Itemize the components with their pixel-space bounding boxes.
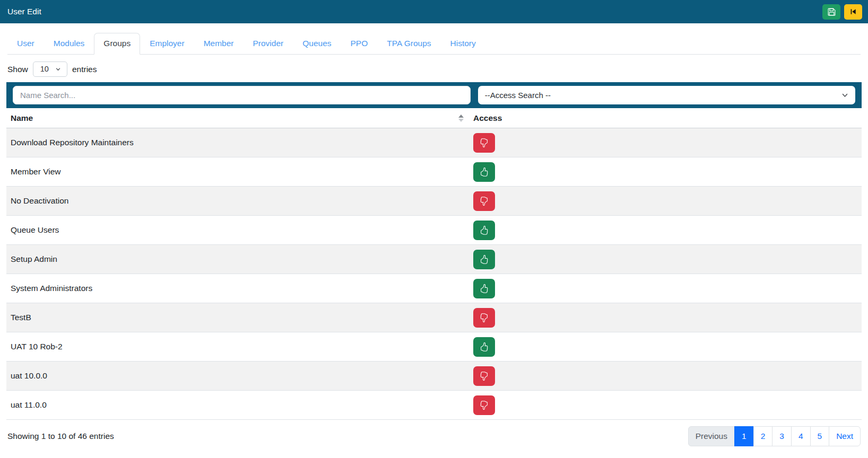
thumbs-up-button[interactable] (473, 162, 495, 182)
thumbs-up-icon (480, 284, 489, 293)
page-title: User Edit (7, 7, 41, 16)
thumbs-down-button[interactable] (473, 191, 495, 211)
table-row: Setup Admin (6, 245, 862, 274)
access-cell (469, 221, 862, 240)
access-search-value: --Access Search -- (485, 91, 551, 100)
thumbs-down-button[interactable] (473, 308, 495, 328)
group-name-cell: System Administrators (6, 284, 469, 293)
tab-tpa-groups[interactable]: TPA Groups (377, 33, 440, 55)
access-column-label: Access (473, 113, 502, 123)
go-back-button[interactable] (844, 4, 862, 20)
pagination-next[interactable]: Next (829, 426, 861, 446)
access-cell (469, 337, 862, 357)
table-row: System Administrators (6, 274, 862, 303)
pagination-2[interactable]: 2 (753, 426, 773, 446)
table-row: No Deactivation (6, 187, 862, 216)
table-row: Queue Users (6, 216, 862, 245)
tab-user[interactable]: User (7, 33, 44, 55)
group-name-cell: uat 10.0.0 (6, 371, 469, 381)
tab-groups[interactable]: Groups (94, 33, 140, 55)
thumbs-up-button[interactable] (473, 279, 495, 298)
thumbs-down-button[interactable] (473, 366, 495, 386)
table-row: uat 10.0.0 (6, 362, 862, 391)
top-header-bar: User Edit (0, 0, 868, 23)
groups-table: Name Access Download Repository Maintain… (6, 108, 862, 420)
group-name-cell: Setup Admin (6, 254, 469, 264)
access-search-select[interactable]: --Access Search -- (478, 86, 855, 104)
access-cell (469, 308, 862, 328)
skip-back-icon (849, 8, 857, 15)
table-body: Download Repository MaintainersMember Vi… (6, 128, 862, 420)
entries-summary: Showing 1 to 10 of 46 entries (7, 431, 114, 441)
group-name-cell: Queue Users (6, 225, 469, 235)
tab-provider[interactable]: Provider (244, 33, 293, 55)
group-name-cell: Download Repository Maintainers (6, 138, 469, 147)
table-header-row: Name Access (6, 108, 862, 128)
pagination-previous[interactable]: Previous (688, 426, 735, 446)
thumbs-up-icon (480, 168, 489, 177)
access-cell (469, 191, 862, 211)
header-actions (822, 4, 862, 20)
table-row: TestB (6, 303, 862, 332)
thumbs-up-button[interactable] (473, 337, 495, 357)
group-name-cell: uat 11.0.0 (6, 400, 469, 410)
tab-history[interactable]: History (441, 33, 485, 55)
group-name-cell: UAT 10 Rob-2 (6, 342, 469, 351)
tab-queues[interactable]: Queues (293, 33, 341, 55)
tab-employer[interactable]: Employer (140, 33, 194, 55)
sort-ascending-icon (458, 114, 464, 122)
table-footer: Showing 1 to 10 of 46 entries Previous12… (7, 426, 861, 446)
thumbs-up-button[interactable] (473, 221, 495, 240)
show-entries-control: Show 10 entries (7, 61, 868, 77)
table-row: Member View (6, 157, 862, 187)
name-search-input[interactable] (13, 86, 471, 104)
column-header-name[interactable]: Name (6, 108, 469, 128)
access-cell (469, 279, 862, 298)
pagination-1[interactable]: 1 (734, 426, 754, 446)
page-size-value: 10 (40, 65, 49, 73)
access-cell (469, 395, 862, 415)
table-row: Download Repository Maintainers (6, 128, 862, 157)
tab-ppo[interactable]: PPO (341, 33, 378, 55)
entries-label: entries (72, 65, 97, 74)
pagination-3[interactable]: 3 (772, 426, 792, 446)
group-name-cell: Member View (6, 167, 469, 177)
chevron-down-icon (841, 92, 848, 99)
access-cell (469, 162, 862, 182)
filter-bar: --Access Search -- (6, 82, 862, 108)
tab-modules[interactable]: Modules (44, 33, 94, 55)
pagination: Previous12345Next (688, 426, 861, 446)
thumbs-up-icon (480, 226, 489, 235)
thumbs-down-button[interactable] (473, 395, 495, 415)
thumbs-down-icon (480, 401, 489, 410)
thumbs-down-icon (480, 313, 489, 322)
thumbs-up-icon (480, 255, 489, 264)
pagination-4[interactable]: 4 (791, 426, 811, 446)
thumbs-up-button[interactable] (473, 250, 495, 269)
access-cell (469, 133, 862, 153)
group-name-cell: No Deactivation (6, 196, 469, 206)
access-cell (469, 250, 862, 269)
thumbs-down-button[interactable] (473, 133, 495, 153)
table-row: uat 11.0.0 (6, 391, 862, 420)
thumbs-up-icon (480, 342, 489, 351)
floppy-disk-icon (827, 7, 836, 16)
page-size-select[interactable]: 10 (33, 61, 67, 77)
column-header-access[interactable]: Access (469, 108, 862, 128)
thumbs-down-icon (480, 138, 489, 147)
thumbs-down-icon (480, 372, 489, 381)
thumbs-down-icon (480, 197, 489, 206)
access-cell (469, 366, 862, 386)
tab-bar: UserModulesGroupsEmployerMemberProviderQ… (7, 33, 861, 55)
chevron-down-icon (55, 66, 61, 72)
pagination-5[interactable]: 5 (810, 426, 830, 446)
tab-member[interactable]: Member (194, 33, 244, 55)
name-column-label: Name (11, 113, 33, 123)
group-name-cell: TestB (6, 313, 469, 322)
table-row: UAT 10 Rob-2 (6, 332, 862, 362)
show-label: Show (7, 65, 28, 74)
save-button[interactable] (822, 4, 840, 20)
